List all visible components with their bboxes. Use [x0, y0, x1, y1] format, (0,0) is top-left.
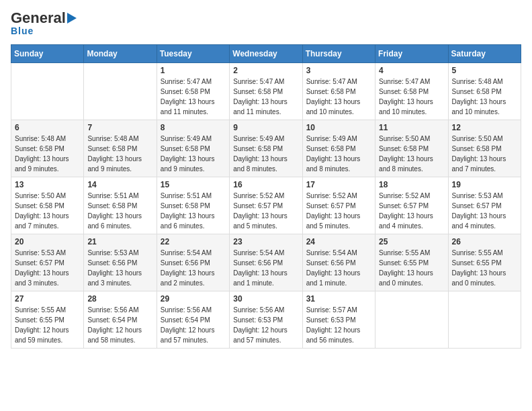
- calendar-cell: 9Sunrise: 5:49 AM Sunset: 6:58 PM Daylig…: [230, 120, 302, 177]
- day-info: Sunrise: 5:56 AM Sunset: 6:54 PM Dayligh…: [87, 305, 152, 345]
- logo: General Blue: [11, 11, 77, 36]
- day-info: Sunrise: 5:55 AM Sunset: 6:55 PM Dayligh…: [379, 248, 444, 288]
- day-info: Sunrise: 5:54 AM Sunset: 6:56 PM Dayligh…: [233, 248, 298, 288]
- day-info: Sunrise: 5:56 AM Sunset: 6:54 PM Dayligh…: [161, 305, 226, 345]
- calendar-cell: 13Sunrise: 5:50 AM Sunset: 6:58 PM Dayli…: [11, 177, 84, 234]
- day-info: Sunrise: 5:49 AM Sunset: 6:58 PM Dayligh…: [161, 134, 226, 174]
- day-info: Sunrise: 5:50 AM Sunset: 6:58 PM Dayligh…: [452, 134, 517, 174]
- column-header-friday: Friday: [375, 45, 448, 63]
- calendar-cell: 29Sunrise: 5:56 AM Sunset: 6:54 PM Dayli…: [157, 291, 229, 349]
- day-number: 13: [15, 180, 80, 189]
- day-number: 16: [233, 180, 298, 189]
- day-info: Sunrise: 5:49 AM Sunset: 6:58 PM Dayligh…: [233, 134, 298, 174]
- day-number: 2: [233, 66, 298, 75]
- day-info: Sunrise: 5:57 AM Sunset: 6:53 PM Dayligh…: [306, 305, 371, 345]
- calendar-cell: [84, 63, 157, 120]
- day-info: Sunrise: 5:52 AM Sunset: 6:57 PM Dayligh…: [233, 191, 298, 231]
- calendar-cell: 21Sunrise: 5:53 AM Sunset: 6:56 PM Dayli…: [84, 234, 157, 291]
- day-number: 7: [87, 123, 152, 132]
- column-header-saturday: Saturday: [448, 45, 521, 63]
- calendar-cell: [11, 63, 84, 120]
- calendar-cell: 18Sunrise: 5:52 AM Sunset: 6:57 PM Dayli…: [375, 177, 448, 234]
- calendar-cell: 16Sunrise: 5:52 AM Sunset: 6:57 PM Dayli…: [230, 177, 302, 234]
- calendar-cell: 6Sunrise: 5:48 AM Sunset: 6:58 PM Daylig…: [11, 120, 84, 177]
- day-number: 25: [379, 237, 444, 246]
- day-number: 10: [306, 123, 371, 132]
- day-number: 24: [306, 237, 371, 246]
- logo-arrow-icon: [67, 13, 77, 24]
- day-info: Sunrise: 5:53 AM Sunset: 6:57 PM Dayligh…: [452, 191, 517, 231]
- calendar-cell: 22Sunrise: 5:54 AM Sunset: 6:56 PM Dayli…: [157, 234, 229, 291]
- calendar-cell: 23Sunrise: 5:54 AM Sunset: 6:56 PM Dayli…: [230, 234, 302, 291]
- column-header-wednesday: Wednesday: [230, 45, 302, 63]
- calendar-week-row: 13Sunrise: 5:50 AM Sunset: 6:58 PM Dayli…: [11, 177, 521, 234]
- calendar-cell: [375, 291, 448, 349]
- day-info: Sunrise: 5:54 AM Sunset: 6:56 PM Dayligh…: [161, 248, 226, 288]
- day-number: 5: [452, 66, 517, 75]
- calendar-cell: 19Sunrise: 5:53 AM Sunset: 6:57 PM Dayli…: [448, 177, 521, 234]
- calendar-cell: 12Sunrise: 5:50 AM Sunset: 6:58 PM Dayli…: [448, 120, 521, 177]
- calendar-cell: 2Sunrise: 5:47 AM Sunset: 6:58 PM Daylig…: [230, 63, 302, 120]
- calendar-cell: 27Sunrise: 5:55 AM Sunset: 6:55 PM Dayli…: [11, 291, 84, 349]
- day-number: 9: [233, 123, 298, 132]
- day-info: Sunrise: 5:53 AM Sunset: 6:57 PM Dayligh…: [15, 248, 80, 288]
- calendar-cell: [448, 291, 521, 349]
- day-info: Sunrise: 5:54 AM Sunset: 6:56 PM Dayligh…: [306, 248, 371, 288]
- calendar-cell: 1Sunrise: 5:47 AM Sunset: 6:58 PM Daylig…: [157, 63, 229, 120]
- day-number: 26: [452, 237, 517, 246]
- day-number: 27: [15, 294, 80, 304]
- calendar-cell: 15Sunrise: 5:51 AM Sunset: 6:58 PM Dayli…: [157, 177, 229, 234]
- calendar-header-row: SundayMondayTuesdayWednesdayThursdayFrid…: [11, 45, 521, 63]
- day-number: 29: [161, 294, 226, 304]
- calendar-table: SundayMondayTuesdayWednesdayThursdayFrid…: [11, 44, 521, 349]
- day-number: 20: [15, 237, 80, 246]
- day-number: 30: [233, 294, 298, 304]
- calendar-cell: 26Sunrise: 5:55 AM Sunset: 6:55 PM Dayli…: [448, 234, 521, 291]
- calendar-week-row: 27Sunrise: 5:55 AM Sunset: 6:55 PM Dayli…: [11, 291, 521, 349]
- calendar-cell: 31Sunrise: 5:57 AM Sunset: 6:53 PM Dayli…: [302, 291, 375, 349]
- day-number: 3: [306, 66, 371, 75]
- day-number: 22: [161, 237, 226, 246]
- day-info: Sunrise: 5:50 AM Sunset: 6:58 PM Dayligh…: [379, 134, 444, 174]
- day-number: 11: [379, 123, 444, 132]
- day-info: Sunrise: 5:51 AM Sunset: 6:58 PM Dayligh…: [87, 191, 152, 231]
- day-info: Sunrise: 5:47 AM Sunset: 6:58 PM Dayligh…: [161, 77, 226, 117]
- calendar-cell: 7Sunrise: 5:48 AM Sunset: 6:58 PM Daylig…: [84, 120, 157, 177]
- day-number: 21: [87, 237, 152, 246]
- day-info: Sunrise: 5:52 AM Sunset: 6:57 PM Dayligh…: [379, 191, 444, 231]
- logo-general: General: [11, 11, 66, 26]
- day-info: Sunrise: 5:48 AM Sunset: 6:58 PM Dayligh…: [15, 134, 80, 174]
- day-number: 12: [452, 123, 517, 132]
- page-header: General Blue: [11, 11, 521, 36]
- day-number: 6: [15, 123, 80, 132]
- calendar-week-row: 6Sunrise: 5:48 AM Sunset: 6:58 PM Daylig…: [11, 120, 521, 177]
- day-number: 28: [87, 294, 152, 304]
- day-number: 31: [306, 294, 371, 304]
- day-info: Sunrise: 5:52 AM Sunset: 6:57 PM Dayligh…: [306, 191, 371, 231]
- day-info: Sunrise: 5:48 AM Sunset: 6:58 PM Dayligh…: [87, 134, 152, 174]
- day-number: 8: [161, 123, 226, 132]
- calendar-cell: 8Sunrise: 5:49 AM Sunset: 6:58 PM Daylig…: [157, 120, 229, 177]
- column-header-sunday: Sunday: [11, 45, 84, 63]
- day-number: 19: [452, 180, 517, 189]
- calendar-cell: 25Sunrise: 5:55 AM Sunset: 6:55 PM Dayli…: [375, 234, 448, 291]
- calendar-cell: 20Sunrise: 5:53 AM Sunset: 6:57 PM Dayli…: [11, 234, 84, 291]
- day-info: Sunrise: 5:48 AM Sunset: 6:58 PM Dayligh…: [452, 77, 517, 117]
- logo-blue: Blue: [11, 26, 34, 36]
- calendar-cell: 11Sunrise: 5:50 AM Sunset: 6:58 PM Dayli…: [375, 120, 448, 177]
- calendar-cell: 10Sunrise: 5:49 AM Sunset: 6:58 PM Dayli…: [302, 120, 375, 177]
- column-header-tuesday: Tuesday: [157, 45, 229, 63]
- day-info: Sunrise: 5:50 AM Sunset: 6:58 PM Dayligh…: [15, 191, 80, 231]
- day-info: Sunrise: 5:55 AM Sunset: 6:55 PM Dayligh…: [15, 305, 80, 345]
- day-number: 23: [233, 237, 298, 246]
- day-number: 15: [161, 180, 226, 189]
- calendar-cell: 28Sunrise: 5:56 AM Sunset: 6:54 PM Dayli…: [84, 291, 157, 349]
- calendar-week-row: 1Sunrise: 5:47 AM Sunset: 6:58 PM Daylig…: [11, 63, 521, 120]
- day-info: Sunrise: 5:56 AM Sunset: 6:53 PM Dayligh…: [233, 305, 298, 345]
- day-info: Sunrise: 5:47 AM Sunset: 6:58 PM Dayligh…: [379, 77, 444, 117]
- day-number: 1: [161, 66, 226, 75]
- day-info: Sunrise: 5:51 AM Sunset: 6:58 PM Dayligh…: [161, 191, 226, 231]
- day-number: 4: [379, 66, 444, 75]
- calendar-cell: 24Sunrise: 5:54 AM Sunset: 6:56 PM Dayli…: [302, 234, 375, 291]
- day-info: Sunrise: 5:53 AM Sunset: 6:56 PM Dayligh…: [87, 248, 152, 288]
